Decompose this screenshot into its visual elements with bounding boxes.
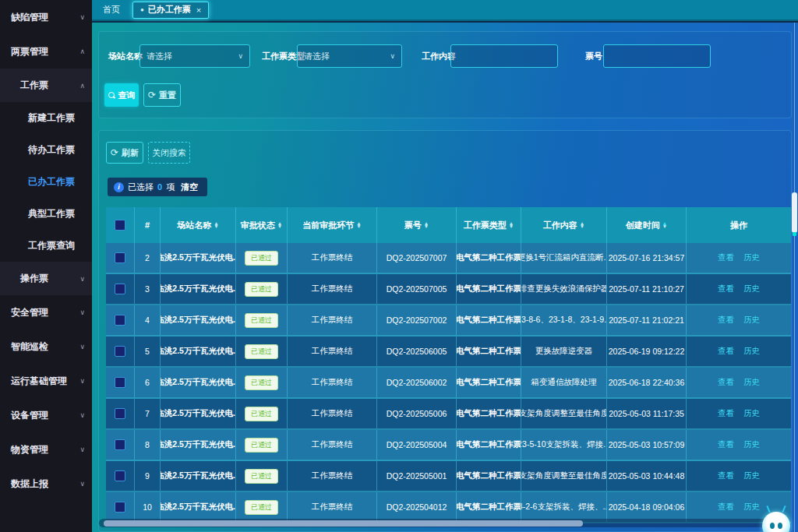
sidebar-item-data-reporting[interactable]: 数据上报 ∨ [0, 467, 92, 501]
chevron-down-icon: ∨ [79, 377, 85, 385]
row-ticket-type: 电气第二种工作票 [457, 243, 521, 273]
tab-home[interactable]: 首页 [92, 4, 131, 16]
search-button[interactable]: 查询 [104, 83, 139, 107]
refresh-button[interactable]: ⟳ 刷新 [106, 142, 143, 164]
view-link[interactable]: 查看 [718, 408, 734, 419]
row-created-time: 2025-05-03 11:17:35 [607, 399, 687, 428]
sidebar-item-equipment-management[interactable]: 设备管理 ∨ [0, 398, 92, 432]
station-name-select-value: 请选择 [147, 51, 172, 61]
view-link[interactable]: 查看 [718, 315, 734, 326]
sidebar-item-todo-work-ticket[interactable]: 待办工作票 [0, 134, 92, 166]
row-checkbox[interactable] [115, 470, 125, 481]
view-link[interactable]: 查看 [718, 502, 734, 513]
chevron-down-icon: ∨ [79, 308, 85, 316]
sidebar-item-material-management[interactable]: 物资管理 ∨ [0, 432, 92, 467]
history-link[interactable]: 历史 [743, 252, 760, 263]
row-checkbox[interactable] [115, 377, 125, 388]
selection-prefix: 已选择 [128, 181, 154, 193]
view-link[interactable]: 查看 [718, 346, 734, 357]
view-link[interactable]: 查看 [718, 252, 734, 263]
history-link[interactable]: 历史 [743, 315, 760, 326]
sort-icon[interactable]: ▲▼ [662, 222, 667, 229]
assistant-robot-button[interactable] [761, 506, 792, 532]
header-5[interactable]: 票号▲▼ [377, 207, 457, 243]
row-checkbox[interactable] [115, 439, 125, 450]
sidebar-item-label: 典型工作票 [28, 207, 75, 220]
row-approval-step: 工作票终结 [288, 274, 377, 304]
sort-icon[interactable]: ▲▼ [424, 222, 429, 229]
row-checkbox[interactable] [115, 502, 125, 513]
history-link[interactable]: 历史 [743, 470, 760, 481]
sort-icon[interactable]: ▲▼ [509, 222, 514, 229]
chevron-down-icon: ∨ [79, 275, 85, 283]
sort-icon[interactable]: ▲▼ [356, 222, 361, 229]
sidebar-item-operation-base-management[interactable]: 运行基础管理 ∨ [0, 364, 92, 398]
row-checkbox[interactable] [115, 408, 125, 419]
header-8[interactable]: 创建时间▲▼ [607, 207, 687, 243]
header-4[interactable]: 当前审批环节▲▼ [288, 207, 377, 243]
station-name-label: 场站名称 [108, 44, 143, 68]
selection-bar: i 已选择 0 项 清空 [108, 178, 207, 196]
header-2[interactable]: 场站名称▲▼ [161, 207, 236, 243]
close-search-button[interactable]: 关闭搜索 [148, 142, 190, 164]
view-link[interactable]: 查看 [718, 439, 734, 450]
history-link[interactable]: 历史 [743, 408, 760, 419]
ticket-type-select[interactable]: 请选择 ∨ [297, 44, 402, 68]
view-link[interactable]: 查看 [718, 377, 734, 388]
sidebar-item-smart-inspection[interactable]: 智能巡检 ∨ [0, 329, 92, 364]
history-link[interactable]: 历史 [743, 284, 760, 294]
robot-antenna-icon [782, 506, 786, 513]
header-3[interactable]: 审批状态▲▼ [236, 207, 288, 243]
sidebar-item-work-ticket[interactable]: 工作票 ∧ [0, 69, 92, 102]
row-index: 5 [135, 336, 161, 366]
chevron-up-icon: ∧ [79, 82, 85, 90]
view-link[interactable]: 查看 [718, 284, 734, 294]
header-7[interactable]: 工作内容▲▼ [521, 207, 607, 243]
history-link[interactable]: 历史 [743, 377, 760, 388]
sidebar-item-typical-work-ticket[interactable]: 典型工作票 [0, 198, 92, 230]
header-6[interactable]: 工作票类型▲▼ [457, 207, 521, 243]
info-icon: i [114, 182, 124, 192]
row-index: 6 [135, 368, 161, 397]
row-checkbox[interactable] [115, 346, 125, 357]
history-link[interactable]: 历史 [743, 346, 760, 357]
horizontal-scrollbar-thumb[interactable] [104, 520, 583, 527]
status-badge: 已通过 [245, 500, 278, 515]
vertical-scrollbar-thumb[interactable] [792, 192, 797, 233]
ticket-no-input[interactable] [610, 45, 704, 67]
sidebar-item-label: 待办工作票 [28, 143, 75, 157]
sidebar-item-defect-management[interactable]: 缺陷管理 ∨ [0, 0, 92, 34]
table-row: 7 临洮2.5万千瓦光伏电... 已通过 工作票终结 DQ2-202505006… [106, 399, 791, 430]
tab-close-icon[interactable]: × [196, 5, 201, 15]
clear-selection-button[interactable]: 清空 [181, 181, 198, 193]
sort-icon[interactable]: ▲▼ [580, 222, 584, 229]
row-checkbox[interactable] [115, 252, 125, 263]
sidebar-item-operation-ticket[interactable]: 操作票 ∨ [0, 262, 92, 295]
horizontal-scrollbar[interactable] [99, 519, 782, 527]
station-name-select[interactable]: 请选择 ∨ [139, 44, 250, 68]
history-link[interactable]: 历史 [743, 502, 760, 513]
history-link[interactable]: 历史 [743, 439, 760, 450]
work-content-input[interactable] [457, 45, 551, 67]
sidebar-item-done-work-ticket[interactable]: 已办工作票 [0, 166, 92, 198]
table-row: 4 临洮2.5万千瓦光伏电... 已通过 工作票终结 DQ2-202507002… [106, 305, 791, 336]
row-checkbox[interactable] [115, 315, 125, 326]
row-index: 3 [135, 274, 161, 304]
tab-done-work-ticket[interactable]: ● 已办工作票 × [132, 2, 209, 19]
row-work-content: 更换故障逆变器 [521, 336, 607, 366]
view-link[interactable]: 查看 [718, 470, 734, 481]
sidebar-item-label: 两票管理 [11, 45, 48, 58]
sidebar-item-safety-management[interactable]: 安全管理 ∨ [0, 295, 92, 329]
reset-button[interactable]: ⟳ 重置 [143, 83, 181, 107]
sort-icon[interactable]: ▲▼ [277, 222, 282, 229]
ticket-type-select-value: 请选择 [304, 51, 330, 61]
select-all-checkbox[interactable] [115, 220, 125, 231]
sidebar-item-two-ticket-management[interactable]: 两票管理 ∧ [0, 34, 92, 69]
row-checkbox[interactable] [115, 284, 125, 294]
row-work-content: 箱变通信故障处理 [521, 368, 607, 397]
sidebar-item-work-ticket-query[interactable]: 工作票查询 [0, 230, 92, 262]
sidebar-item-new-work-ticket[interactable]: 新建工作票 [0, 102, 92, 134]
row-index: 4 [135, 305, 161, 335]
sort-icon[interactable]: ▲▼ [214, 222, 218, 229]
row-station: 临洮2.5万千瓦光伏电... [161, 243, 236, 273]
